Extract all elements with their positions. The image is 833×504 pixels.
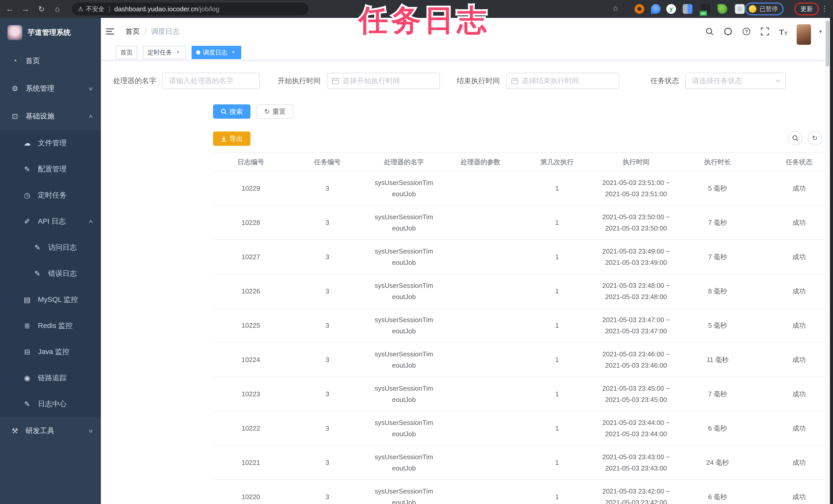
kebab-menu-icon[interactable]: ⋮ (821, 3, 828, 14)
calendar-icon (332, 77, 339, 84)
forward-icon[interactable]: → (20, 3, 32, 15)
toggle-search-button[interactable] (788, 131, 803, 145)
cell-handler: sysUserSessionTimeoutJob (366, 349, 442, 371)
cell-job-id: 3 (289, 217, 366, 228)
extension-grid-icon[interactable] (683, 4, 692, 14)
tab-cron-jobs[interactable]: 定时任务 × (143, 46, 186, 59)
bookmark-star-icon[interactable]: ☆ (611, 4, 621, 14)
reload-icon[interactable]: ↻ (35, 3, 48, 15)
refresh-table-button[interactable]: ↻ (808, 131, 822, 145)
monitor-icon: ⊡ (10, 112, 20, 121)
reset-button-label: 重置 (272, 107, 286, 116)
help-icon[interactable]: ? (741, 26, 752, 36)
cell-job-id: 3 (289, 354, 366, 366)
cell-log-id: 10229 (213, 183, 289, 194)
font-size-icon[interactable]: TT (778, 26, 788, 36)
emoji-icon (749, 5, 757, 13)
edit-icon: ✎ (23, 165, 32, 173)
paused-badge[interactable]: 已暂停 (745, 3, 784, 15)
extension-orange-icon[interactable] (635, 4, 644, 14)
end-time-input-wrap (506, 73, 619, 89)
close-icon[interactable]: × (230, 49, 237, 56)
sidebar-item-home[interactable]: ◔ 首页 (0, 47, 101, 75)
app-logo[interactable]: 芋道管理系统 (0, 18, 101, 47)
scrollbar-thumb[interactable] (826, 21, 829, 67)
start-time-label: 开始执行时间 (266, 76, 327, 86)
browser-toolbar: ← → ↻ ⌂ ⚠ 不安全 | dashboard.yudao.iocoder.… (0, 0, 833, 18)
extension-green-y-icon[interactable]: y (666, 4, 676, 14)
job-status-select[interactable] (685, 73, 786, 89)
security-chip[interactable]: ⚠ 不安全 (78, 5, 104, 13)
sidebar-item-cron-jobs[interactable]: ◷ 定时任务 (0, 182, 101, 208)
address-bar[interactable]: ⚠ 不安全 | dashboard.yudao.iocoder.cn/job/l… (72, 3, 308, 15)
security-label: 不安全 (86, 5, 104, 13)
extension-switch-icon[interactable]: on (700, 4, 710, 14)
job-status-select-input[interactable] (686, 73, 785, 89)
logo-image (7, 25, 23, 40)
close-icon[interactable]: × (175, 49, 181, 56)
cell-log-id: 10221 (213, 457, 289, 468)
caret-down-icon[interactable]: ▾ (819, 28, 822, 34)
col-job-status: 任务状态 (758, 156, 833, 168)
sidebar-item-api-logs[interactable]: ✐ API 日志 ∧ (0, 208, 101, 234)
eye-icon: ◉ (23, 374, 32, 382)
cell-status: 成功 (758, 423, 833, 434)
sidebar-item-java-monitor[interactable]: ⊟ Java 监控 (0, 339, 101, 365)
end-time-input[interactable] (506, 73, 619, 89)
sidebar-item-infrastructure[interactable]: ⊡ 基础设施 ∧ (0, 102, 101, 130)
infrastructure-submenu: ☁ 文件管理 ✎ 配置管理 ◷ 定时任务 ✐ API 日志 ∧ ✎ 访问日志 ✎ (0, 130, 101, 417)
avatar[interactable] (796, 24, 811, 45)
export-button[interactable]: 导出 (213, 131, 251, 146)
back-icon[interactable]: ← (4, 3, 16, 15)
tab-job-log[interactable]: 调度日志 × (192, 46, 241, 59)
warning-icon: ⚠ (78, 5, 84, 12)
sidebar-toggle-icon[interactable] (106, 26, 116, 36)
col-exec-time: 执行时间 (595, 156, 677, 168)
tab-home[interactable]: 首页 (116, 46, 137, 59)
chevron-down-icon (776, 79, 781, 83)
home-icon[interactable]: ⌂ (51, 3, 64, 15)
sidebar-item-access-log[interactable]: ✎ 访问日志 (0, 234, 101, 260)
chevron-up-icon: ∧ (88, 218, 94, 224)
sidebar-item-mysql-monitor[interactable]: ▤ MySQL 监控 (0, 286, 101, 312)
sidebar-item-config-mgmt[interactable]: ✎ 配置管理 (0, 156, 101, 182)
sidebar-item-log-center[interactable]: ✎ 日志中心 (0, 391, 101, 417)
cell-job-id: 3 (289, 320, 366, 331)
update-label: 更新 (801, 5, 813, 13)
sidebar-item-label: 链路追踪 (38, 373, 67, 383)
sidebar-item-file-mgmt[interactable]: ☁ 文件管理 (0, 130, 101, 156)
col-handler-name: 处理器的名字 (366, 156, 442, 168)
update-button[interactable]: 更新 (794, 3, 819, 15)
sidebar-item-dev-tools[interactable]: ⚒ 研发工具 ∨ (0, 417, 101, 445)
url-host: dashboard.yudao.iocoder.cn (114, 5, 198, 13)
cell-duration: 7 毫秒 (677, 388, 758, 400)
start-time-input[interactable] (327, 73, 439, 89)
handler-name-input[interactable] (163, 73, 259, 89)
search-icon[interactable] (705, 26, 715, 36)
sidebar-item-redis-monitor[interactable]: ≣ Redis 监控 (0, 312, 101, 339)
extension-leaf-icon[interactable] (717, 4, 727, 14)
sidebar-item-system-mgmt[interactable]: ⚙ 系统管理 ∨ (0, 75, 101, 102)
edit-icon: ✎ (33, 243, 42, 252)
sidebar-item-tracing[interactable]: ◉ 链路追踪 (0, 365, 101, 391)
breadcrumb-current: 调度日志 (151, 27, 180, 36)
reset-button[interactable]: ↻ 重置 (257, 104, 293, 119)
cell-seq: 1 (519, 251, 595, 262)
table-row: 10226 3 sysUserSessionTimeoutJob 1 2021-… (213, 274, 833, 308)
table-row: 10222 3 sysUserSessionTimeoutJob 1 2021-… (213, 411, 833, 446)
sidebar-item-label: 研发工具 (26, 426, 54, 436)
github-icon[interactable] (723, 26, 733, 36)
extensions-puzzle-icon[interactable] (735, 4, 745, 14)
cell-log-id: 10220 (213, 491, 289, 502)
sidebar-item-label: 错误日志 (48, 269, 77, 278)
cell-duration: 7 毫秒 (677, 217, 758, 228)
breadcrumb-home[interactable]: 首页 (125, 27, 140, 36)
cell-time: 2021-05-03 23:47:00 ~2021-05-03 23:47:00 (595, 314, 677, 337)
breadcrumb-separator: / (144, 27, 146, 35)
cell-seq: 1 (519, 491, 595, 502)
sidebar-item-error-log[interactable]: ✎ 错误日志 (0, 260, 101, 286)
fullscreen-icon[interactable] (760, 26, 770, 36)
search-button[interactable]: 搜索 (213, 104, 251, 119)
dashboard-icon: ◔ (10, 57, 20, 65)
extension-blue-drop-icon[interactable] (651, 4, 661, 14)
